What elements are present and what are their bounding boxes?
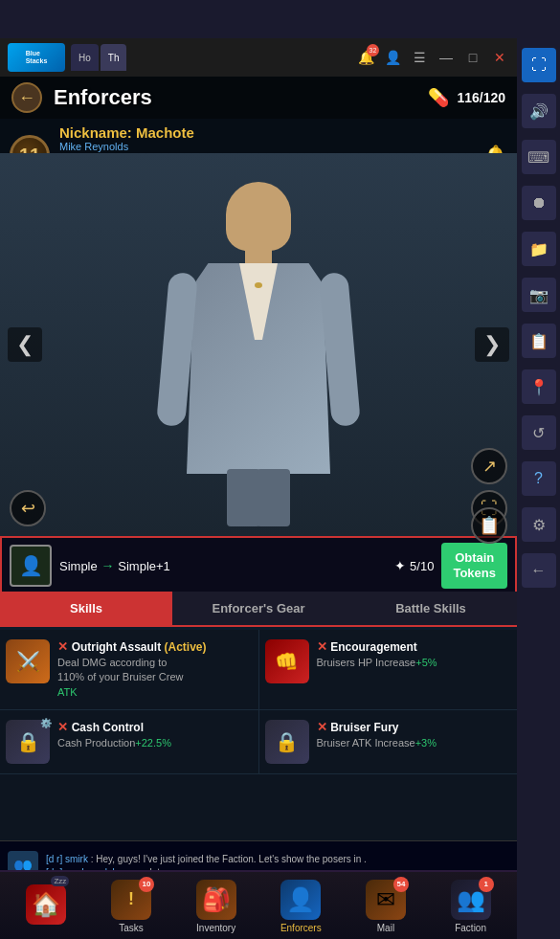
bruiser-fury-value: +3% (415, 737, 437, 749)
left-action-button[interactable]: ↩ (10, 490, 46, 526)
tab-enforcer-gear[interactable]: Enforcer's Gear (172, 592, 345, 625)
nav-arrow-left[interactable]: ❮ (8, 327, 42, 362)
sidebar-folder-btn[interactable]: 📁 (522, 232, 556, 266)
character-portrait (124, 172, 392, 536)
skill-x-mark2: ✕ (317, 639, 331, 654)
skill-row-1: ⚔️ ✕ Outright Assault (Active) Deal DMG … (0, 630, 517, 710)
notification-icon[interactable]: 🔔 32 (356, 48, 375, 67)
header-right: 💊 116/120 (428, 87, 505, 108)
minimize-btn[interactable]: — (437, 48, 456, 67)
nav-item-mail[interactable]: ✉ 54 Mail (361, 879, 411, 933)
nav-item-home[interactable]: 🏠 Zzz (21, 883, 71, 928)
nav-enforcers-wrap: 👤 (280, 879, 322, 921)
nav-item-inventory[interactable]: 🎒 Inventory (191, 879, 241, 933)
health-icon: 💊 (428, 87, 449, 108)
char-nickname: Nickname: Machote (59, 124, 474, 141)
export-button[interactable]: ↩ (10, 490, 46, 526)
nav-home-wrap: 🏠 Zzz (25, 883, 67, 926)
sidebar-help-btn[interactable]: ? (522, 461, 556, 496)
game-area: BlueStacks Ho Th 🔔 32 👤 ☰ — □ ✕ ← Enforc… (0, 38, 517, 939)
nav-inventory-label: Inventory (196, 923, 235, 933)
skill-bruiser-fury: 🔒 ✕ Bruiser Fury Bruiser ATK Increase+3% (258, 710, 518, 774)
nav-faction-label: Faction (455, 923, 486, 933)
cost-count: 5/10 (410, 559, 434, 573)
gem-icon: ✦ (394, 558, 406, 573)
inventory-button[interactable]: 📋 (471, 507, 507, 544)
bruiser-fury-desc: Bruiser ATK Increase+3% (317, 736, 512, 750)
bruiser-fury-icon: 🔒 (265, 720, 309, 764)
chat-msg-1: : Hey, guys! I've just joined the Factio… (91, 854, 367, 864)
token-cost: ✦ 5/10 (394, 558, 434, 573)
skills-list: ⚔️ ✕ Outright Assault (Active) Deal DMG … (0, 630, 517, 840)
nav-inventory-wrap: 🎒 (195, 879, 237, 921)
maximize-btn[interactable]: □ (463, 48, 482, 67)
token-upgrade-bar: 👤 Simple → Simple+1 ✦ 5/10 ObtainTokens (0, 536, 517, 595)
nav-tasks-label: Tasks (119, 923, 144, 933)
nav-inventory-icon: 🎒 (196, 880, 236, 920)
skill-outright-assault: ⚔️ ✕ Outright Assault (Active) Deal DMG … (0, 630, 258, 710)
nav-item-enforcers[interactable]: 👤 Enforcers (276, 879, 325, 933)
skill-cash-control: 🔒 ⚙️ ✕ Cash Control Cash Production+22.5… (0, 710, 258, 774)
menu-icon[interactable]: ☰ (410, 48, 429, 67)
sidebar-keyboard-btn[interactable]: ⌨ (522, 140, 556, 174)
top-right-icons: 🔔 32 👤 ☰ — □ ✕ (356, 48, 509, 67)
obtain-tokens-button[interactable]: ObtainTokens (441, 543, 507, 588)
nav-tasks-badge: 10 (139, 877, 154, 892)
skill-tabs: Skills Enforcer's Gear Battle Skills (0, 592, 517, 627)
notification-badge: 32 (367, 44, 379, 56)
bruiser-fury-info: ✕ Bruiser Fury Bruiser ATK Increase+3% (317, 720, 512, 750)
sidebar-settings-btn[interactable]: ⚙ (522, 507, 556, 542)
health-count: 116/120 (457, 90, 505, 105)
inventory-icon[interactable]: 📋 (471, 507, 507, 544)
portrait-area: ❮ ❯ ↗ ⛶ ↩ (0, 153, 517, 536)
nav-item-tasks[interactable]: ! 10 Tasks (106, 879, 156, 933)
sidebar-rotate-btn[interactable]: ↺ (522, 415, 556, 450)
nav-mail-wrap: ✉ 54 (365, 879, 407, 921)
upgrade-from: Simple (59, 559, 98, 573)
nav-faction-badge: 1 (479, 877, 494, 892)
nav-home-icon: 🏠 (26, 884, 66, 925)
sidebar-camera-btn[interactable]: 📷 (522, 278, 556, 312)
profile-icon[interactable]: 👤 (383, 48, 402, 67)
tab-skills[interactable]: Skills (0, 592, 172, 625)
zzz-indicator: Zzz (51, 876, 69, 886)
chat-user-1: [d r] smirk (46, 854, 88, 864)
cash-control-value: +22.5% (135, 737, 171, 749)
share-button[interactable]: ↗ (471, 448, 507, 484)
char-realname: Mike Reynolds (59, 141, 474, 152)
nav-item-faction[interactable]: 👥 1 Faction (446, 879, 496, 933)
token-avatar: 👤 (10, 545, 52, 587)
cash-control-icon: 🔒 ⚙️ (6, 720, 50, 764)
sidebar-record-btn[interactable]: ⏺ (522, 186, 556, 220)
game-header: ← Enforcers 💊 116/120 (0, 77, 517, 119)
outright-assault-icon: ⚔️ (6, 639, 50, 683)
encouragement-info: ✕ Encouragement Bruisers HP Increase+5% (317, 639, 512, 670)
upgrade-arrow: → (101, 558, 118, 573)
nav-tasks-wrap: ! 10 (110, 879, 152, 921)
tab-battle-skills[interactable]: Battle Skills (345, 592, 517, 625)
back-button[interactable]: ← (11, 82, 42, 113)
tab-home[interactable]: Ho (71, 44, 99, 71)
tab-game[interactable]: Th (101, 44, 127, 71)
sidebar-sound-btn[interactable]: 🔊 (522, 94, 556, 128)
skill-atk-label: ATK (57, 686, 78, 698)
sidebar-expand-btn[interactable]: ⛶ (522, 48, 556, 82)
upgrade-to: Simple+1 (118, 559, 170, 573)
outright-assault-info: ✕ Outright Assault (Active) Deal DMG acc… (57, 639, 253, 700)
encouragement-name: ✕ Encouragement (317, 639, 512, 654)
sidebar-back-btn[interactable]: ← (522, 553, 556, 588)
sidebar-clipboard-btn[interactable]: 📋 (522, 324, 556, 358)
bruiser-fury-name: ✕ Bruiser Fury (317, 720, 512, 734)
nav-enforcers-label: Enforcers (280, 923, 322, 933)
bottom-nav: 🏠 Zzz ! 10 Tasks 🎒 Inventory 👤 Enforce (0, 870, 517, 939)
sidebar-right: ⛶ 🔊 ⌨ ⏺ 📁 📷 📋 📍 ↺ ? ⚙ ← (517, 0, 560, 939)
close-btn[interactable]: ✕ (490, 48, 509, 67)
sidebar-location-btn[interactable]: 📍 (522, 369, 556, 404)
encouragement-desc: Bruisers HP Increase+5% (317, 656, 512, 670)
cash-control-name: ✕ Cash Control (57, 720, 253, 734)
cash-control-info: ✕ Cash Control Cash Production+22.5% (57, 720, 253, 750)
token-inner: 👤 Simple → Simple+1 ✦ 5/10 ObtainTokens (10, 542, 507, 590)
cash-control-desc: Cash Production+22.5% (57, 736, 253, 750)
nav-arrow-right[interactable]: ❯ (475, 327, 509, 362)
outright-assault-name: ✕ Outright Assault (Active) (57, 639, 253, 654)
